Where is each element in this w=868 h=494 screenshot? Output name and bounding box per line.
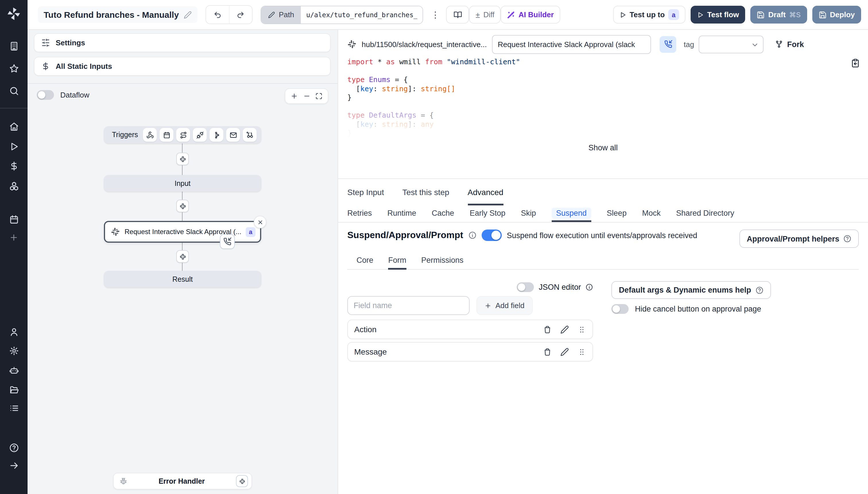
add-plus-icon[interactable]	[0, 233, 27, 242]
edit-title-pencil-icon[interactable]	[183, 11, 191, 19]
more-menu-kebab-icon[interactable]: ⋮	[430, 10, 441, 20]
folders-icon[interactable]	[0, 385, 27, 395]
http-route-trigger-icon[interactable]	[176, 128, 190, 142]
poll-trigger-icon[interactable]	[243, 128, 257, 142]
tab-test-this-step[interactable]: Test this step	[402, 179, 449, 205]
insert-step-plus-button[interactable]	[176, 153, 189, 165]
variables-dollar-icon[interactable]	[0, 161, 27, 171]
favorites-star-icon[interactable]	[0, 64, 27, 73]
subtab-mock[interactable]: Mock	[642, 205, 661, 222]
webhook-trigger-icon[interactable]	[143, 128, 157, 142]
tab-permissions[interactable]: Permissions	[421, 252, 464, 270]
suspend-phone-toggle-button[interactable]	[660, 36, 676, 53]
undo-button[interactable]	[206, 6, 229, 23]
json-editor-toggle[interactable]	[517, 282, 534, 292]
schedule-trigger-icon[interactable]	[160, 128, 173, 142]
path-button[interactable]: Path	[261, 6, 301, 23]
edit-field-pencil-icon[interactable]	[560, 347, 569, 356]
test-up-to-button[interactable]: Test up to a	[613, 6, 685, 23]
delete-node-x-button[interactable]	[254, 216, 266, 228]
user-icon[interactable]	[0, 327, 27, 337]
delete-field-trash-icon[interactable]	[543, 347, 552, 356]
hide-cancel-toggle[interactable]	[611, 304, 629, 314]
kafka-trigger-icon[interactable]	[209, 128, 223, 142]
path-input[interactable]	[301, 6, 423, 23]
home-icon[interactable]	[0, 122, 27, 131]
slack-approval-node[interactable]: Request Interactive Slack Approval (... …	[104, 221, 261, 243]
tag-select[interactable]	[699, 35, 763, 53]
error-handler-node[interactable]: Error Handler	[113, 473, 252, 489]
info-icon[interactable]	[468, 231, 477, 239]
windmill-logo-icon[interactable]	[0, 6, 27, 21]
subtab-runtime[interactable]: Runtime	[388, 205, 417, 222]
subtab-shared-directory[interactable]: Shared Directory	[676, 205, 734, 222]
workspace-icon[interactable]	[0, 41, 27, 51]
websocket-trigger-icon[interactable]	[193, 128, 207, 142]
subtab-sleep[interactable]: Sleep	[607, 205, 627, 222]
drag-field-grip-icon[interactable]	[577, 325, 586, 334]
redo-button[interactable]	[229, 6, 252, 23]
ai-builder-button[interactable]: AI Builder	[501, 6, 560, 23]
default-args-help-button[interactable]: Default args & Dynamic enums help	[611, 281, 771, 299]
workers-bot-icon[interactable]	[0, 365, 27, 375]
add-error-handler-plus-button[interactable]	[236, 475, 248, 487]
help-icon[interactable]	[0, 443, 27, 453]
result-node[interactable]: Result	[104, 271, 261, 287]
input-node[interactable]: Input	[104, 175, 261, 192]
code-token: = {	[417, 111, 434, 119]
form-field-row-message[interactable]: Message	[347, 342, 593, 361]
test-flow-button[interactable]: Test flow	[690, 6, 745, 23]
tab-core[interactable]: Core	[356, 252, 373, 270]
subtab-skip[interactable]: Skip	[521, 205, 536, 222]
logs-list-icon[interactable]	[0, 403, 27, 413]
runs-play-icon[interactable]	[0, 142, 27, 151]
diff-button[interactable]: ± Diff	[469, 6, 501, 23]
subtab-cache[interactable]: Cache	[432, 205, 454, 222]
schedules-calendar-icon[interactable]	[0, 214, 27, 224]
docs-book-button[interactable]	[446, 6, 469, 23]
delete-field-trash-icon[interactable]	[543, 325, 552, 334]
settings-gear-icon[interactable]	[0, 346, 27, 356]
step-name-input[interactable]	[492, 35, 651, 54]
draft-button[interactable]: Draft ⌘S	[751, 6, 807, 23]
static-inputs-label: All Static Inputs	[56, 62, 112, 71]
subtab-early-stop[interactable]: Early Stop	[469, 205, 505, 222]
subtab-label: Shared Directory	[676, 207, 734, 218]
flow-title-wrap[interactable]: Tuto Refund branches - Manually	[38, 6, 197, 23]
triggers-node[interactable]: Triggers	[104, 126, 261, 144]
tab-advanced[interactable]: Advanced	[467, 179, 503, 205]
code-editor[interactable]: import * as wmill from "windmill-client"…	[347, 57, 845, 137]
suspend-enabled-toggle[interactable]	[482, 229, 502, 241]
insert-step-plus-button[interactable]	[176, 250, 189, 263]
code-token: ]:	[408, 84, 421, 93]
form-field-row-action[interactable]: Action	[347, 320, 593, 339]
info-icon[interactable]	[586, 283, 593, 291]
fork-button[interactable]: Fork	[775, 40, 804, 49]
tab-step-input[interactable]: Step Input	[347, 179, 384, 205]
deploy-button[interactable]: Deploy	[812, 6, 861, 23]
insert-step-plus-button[interactable]	[176, 200, 189, 212]
zoom-in-button[interactable]	[291, 92, 298, 100]
resources-boxes-icon[interactable]	[0, 181, 27, 191]
show-all-code-button[interactable]: Show all	[338, 144, 868, 152]
step-tabs: Step Input Test this step Advanced	[338, 178, 868, 205]
static-inputs-button[interactable]: All Static Inputs	[34, 57, 331, 76]
subtab-suspend[interactable]: Suspend	[551, 205, 591, 222]
field-name-input[interactable]	[347, 296, 469, 315]
flow-settings-button[interactable]: Settings	[34, 33, 331, 52]
dataflow-toggle[interactable]	[37, 90, 54, 100]
zoom-out-button[interactable]	[303, 92, 310, 100]
subtab-retries[interactable]: Retries	[347, 205, 372, 222]
expand-sidebar-arrow-icon[interactable]	[0, 461, 27, 471]
email-trigger-icon[interactable]	[226, 128, 240, 142]
drag-field-grip-icon[interactable]	[577, 347, 586, 356]
add-field-button[interactable]: Add field	[477, 296, 533, 315]
approval-prompt-helpers-button[interactable]: Approval/Prompt helpers	[739, 229, 859, 248]
copy-code-clipboard-icon[interactable]	[851, 58, 860, 68]
hub-script-path[interactable]: hub/11500/slack/request_interactive...	[362, 40, 487, 49]
tab-form[interactable]: Form	[388, 252, 406, 270]
search-icon[interactable]	[0, 86, 27, 96]
edit-field-pencil-icon[interactable]	[560, 325, 569, 334]
fit-view-button[interactable]	[315, 92, 323, 100]
diff-label: Diff	[483, 10, 495, 19]
